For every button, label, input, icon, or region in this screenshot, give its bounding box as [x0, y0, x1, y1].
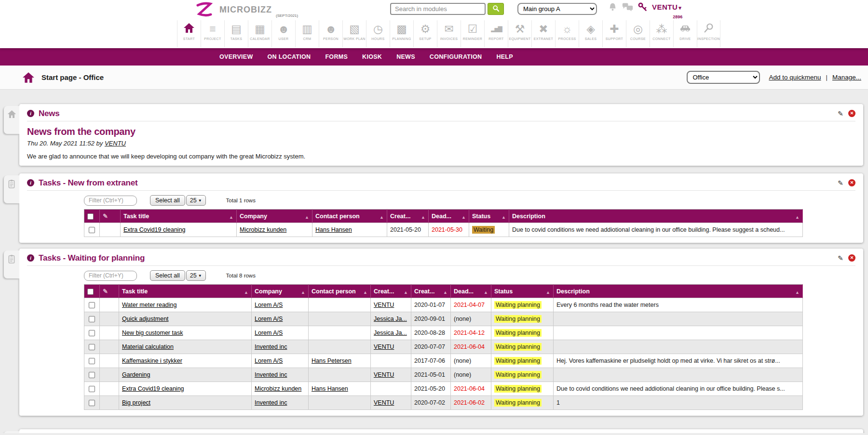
cell-link[interactable]: Microbizz kunden — [255, 385, 301, 392]
cell-link[interactable]: Microbizz kunden — [240, 226, 286, 233]
module-inspection[interactable]: INSPECTION — [697, 20, 720, 47]
module-process[interactable]: ☼PROCESS — [555, 20, 579, 47]
select-all-checkbox[interactable] — [87, 213, 94, 220]
sort-asc-icon[interactable]: ▲ — [244, 290, 248, 295]
column-header-description[interactable]: Description▲ — [554, 285, 803, 298]
cell-link[interactable]: VENTU — [374, 302, 394, 308]
row-checkbox[interactable] — [89, 227, 95, 233]
nav-item-kiosk[interactable]: KIOSK — [362, 53, 382, 60]
column-header-description[interactable]: Description▲ — [509, 210, 803, 223]
cell-link[interactable]: Gardening — [122, 371, 150, 378]
column-header-creat[interactable]: Creat...▲ — [371, 285, 411, 298]
filter-input[interactable] — [84, 196, 137, 206]
row-checkbox[interactable] — [89, 400, 95, 406]
row-select-cell[interactable] — [84, 326, 100, 340]
cell-link[interactable]: Hans Petersen — [312, 357, 352, 364]
cell-link[interactable]: VENTU — [374, 371, 394, 378]
info-icon[interactable]: i — [27, 110, 34, 117]
cell-link[interactable]: Invented inc — [255, 399, 287, 406]
row-select-cell[interactable] — [84, 312, 100, 326]
module-setup[interactable]: ⚙SETUP — [413, 20, 437, 47]
cell-link[interactable]: Hans Hansen — [312, 385, 348, 392]
column-header-dead[interactable]: Dead...▲ — [451, 285, 491, 298]
sort-asc-icon[interactable]: ▲ — [484, 290, 488, 295]
module-reminder[interactable]: ☑REMINDER — [461, 20, 484, 47]
microbizz-logo[interactable]: MICROBIZZ (SEPT/2021) — [195, 1, 298, 19]
add-to-quickmenu-link[interactable]: Add to quickmenu — [769, 74, 821, 81]
search-button[interactable] — [488, 3, 504, 15]
row-select-cell[interactable] — [84, 396, 100, 410]
module-invoices[interactable]: ✉INVOICES — [437, 20, 461, 47]
cell-link[interactable]: Kaffemaskine i stykker — [122, 357, 182, 364]
module-person[interactable]: ☻PERSON — [319, 20, 342, 47]
module-planning[interactable]: ▩PLANNING — [390, 20, 413, 47]
filter-input[interactable] — [84, 271, 137, 281]
module-calendar[interactable]: ▦CALENDAR — [248, 20, 271, 47]
sort-asc-icon[interactable]: ▲ — [546, 290, 550, 295]
row-checkbox[interactable] — [89, 386, 95, 392]
cell-link[interactable]: Invented inc — [255, 343, 287, 350]
tasks-widget-tab[interactable] — [4, 431, 19, 433]
sort-asc-icon[interactable]: ▲ — [305, 215, 309, 220]
sort-asc-icon[interactable]: ▲ — [502, 215, 506, 220]
row-checkbox[interactable] — [89, 316, 95, 322]
search-input[interactable] — [390, 3, 486, 15]
startpage-select[interactable]: Office — [687, 71, 760, 84]
cell-link[interactable]: Extra Covid19 cleaning — [122, 385, 184, 392]
sort-asc-icon[interactable]: ▲ — [795, 215, 800, 220]
cell-link[interactable]: Water meter reading — [122, 302, 176, 308]
cell-link[interactable]: Invented inc — [255, 371, 287, 378]
row-checkbox[interactable] — [89, 358, 95, 364]
module-course[interactable]: ◎COURSE — [626, 20, 650, 47]
sort-asc-icon[interactable]: ▲ — [301, 290, 305, 295]
cell-link[interactable]: Jessica Ja... — [374, 316, 407, 322]
cell-link[interactable]: Jessica Ja... — [374, 330, 407, 336]
row-checkbox[interactable] — [89, 302, 95, 308]
row-checkbox[interactable] — [89, 330, 95, 336]
column-header-creat[interactable]: Creat...▲ — [411, 285, 451, 298]
select-all-button[interactable]: Select all — [150, 270, 185, 281]
module-sales[interactable]: ◈SALES — [579, 20, 602, 47]
page-size-button[interactable]: 25▼ — [186, 195, 206, 206]
row-select-cell[interactable] — [84, 223, 100, 237]
sort-asc-icon[interactable]: ▲ — [461, 215, 466, 220]
select-all-checkbox[interactable] — [87, 289, 94, 295]
nav-item-overview[interactable]: OVERVIEW — [219, 53, 253, 60]
sort-asc-icon[interactable]: ▲ — [229, 215, 233, 220]
cell-link[interactable]: Big project — [122, 399, 150, 406]
delete-icon[interactable]: ✕ — [848, 254, 855, 262]
module-crm[interactable]: ▥CRM — [295, 20, 319, 47]
select-all-header[interactable] — [84, 285, 100, 298]
module-hours[interactable]: ◷HOURS — [366, 20, 390, 47]
sort-asc-icon[interactable]: ▲ — [421, 215, 425, 220]
row-select-cell[interactable] — [84, 368, 100, 382]
messages-chat-icon[interactable] — [622, 2, 633, 12]
notifications-bell-icon[interactable] — [608, 2, 618, 12]
cell-link[interactable]: VENTU — [374, 343, 394, 350]
module-connect[interactable]: ⁂CONNECT — [650, 20, 673, 47]
user-menu[interactable]: VENTU▾ — [652, 3, 681, 11]
cell-link[interactable]: Lorem A/S — [255, 316, 283, 322]
cell-link[interactable]: Extra Covid19 cleaning — [123, 226, 186, 233]
module-tasks[interactable]: ▤TASKS — [224, 20, 248, 47]
edit-pencil-icon[interactable]: ✎ — [838, 254, 843, 262]
cell-link[interactable]: Lorem A/S — [255, 302, 283, 308]
tasks-widget-tab[interactable] — [4, 250, 19, 278]
column-header-contact-person[interactable]: Contact person▲ — [312, 210, 387, 223]
module-support[interactable]: ✚SUPPORT — [602, 20, 626, 47]
manage-link[interactable]: Manage... — [832, 74, 861, 81]
select-all-header[interactable] — [84, 210, 100, 223]
news-widget-tab[interactable] — [4, 106, 19, 134]
info-icon[interactable]: i — [27, 179, 34, 186]
nav-item-configuration[interactable]: CONFIGURATION — [430, 53, 482, 60]
row-select-cell[interactable] — [84, 298, 100, 312]
column-header-dead[interactable]: Dead...▲ — [429, 210, 469, 223]
module-start[interactable]: START — [177, 20, 201, 47]
info-icon[interactable]: i — [27, 254, 34, 262]
sort-asc-icon[interactable]: ▲ — [380, 215, 384, 220]
sort-asc-icon[interactable]: ▲ — [443, 290, 448, 295]
cell-link[interactable]: VENTU — [374, 399, 394, 406]
edit-pencil-icon[interactable]: ✎ — [838, 179, 843, 187]
column-header-company[interactable]: Company▲ — [252, 285, 309, 298]
key-icon[interactable] — [637, 2, 648, 12]
